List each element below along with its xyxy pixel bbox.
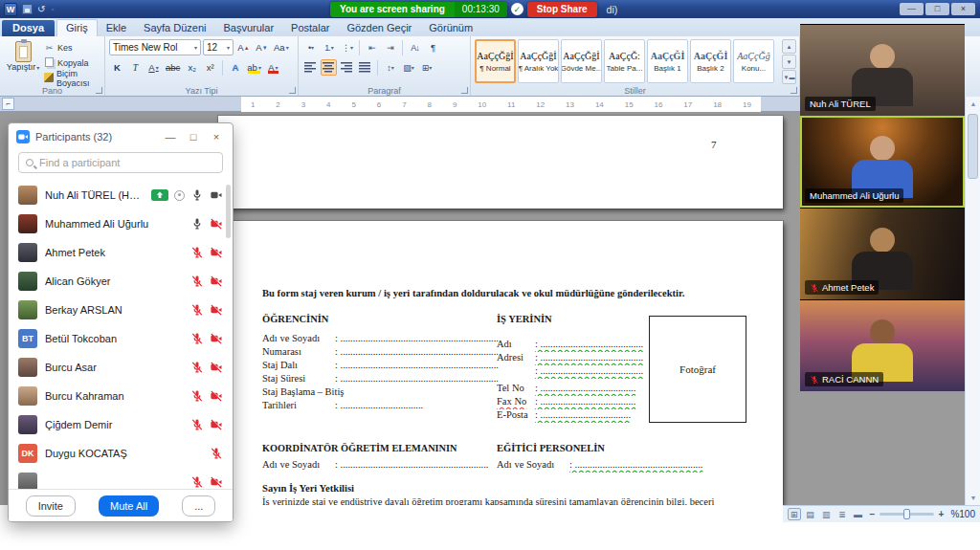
- participant-row[interactable]: BT Betül Tokcoban: [9, 324, 233, 353]
- dialog-launcher-icon[interactable]: [461, 87, 468, 94]
- multilevel-list-button[interactable]: ⋮: [339, 39, 355, 55]
- underline-button[interactable]: A: [145, 59, 162, 76]
- zoom-in-button[interactable]: +: [937, 509, 947, 519]
- sort-button[interactable]: A↓: [407, 39, 423, 55]
- tab-giris[interactable]: Giriş: [56, 19, 98, 36]
- increase-indent-button[interactable]: ⇥: [382, 39, 398, 55]
- participant-row[interactable]: Muhammed Ali Uğurlu: [9, 209, 233, 238]
- bold-button[interactable]: K: [109, 59, 125, 76]
- tab-selector-icon[interactable]: ⌐: [2, 98, 14, 110]
- decrease-indent-button[interactable]: ⇤: [364, 39, 380, 55]
- video-tile[interactable]: RACİ CANNN: [800, 299, 965, 391]
- panel-minimize-button[interactable]: —: [162, 131, 179, 143]
- participants-scrollbar[interactable]: [226, 185, 231, 238]
- styles-scroll-up-icon[interactable]: ▲: [782, 39, 796, 54]
- mute-all-button[interactable]: Mute All: [99, 495, 159, 517]
- style-title[interactable]: AaÇçĞğKonu...: [733, 39, 774, 83]
- scroll-up-icon[interactable]: ▲: [966, 97, 980, 111]
- stop-share-button[interactable]: Stop Share: [527, 2, 597, 17]
- view-draft-icon[interactable]: ▬: [852, 508, 865, 520]
- style-no-spacing[interactable]: AaÇçĞğİ¶ Aralık Yok: [518, 39, 559, 83]
- cut-button[interactable]: ✂Kes: [44, 40, 104, 55]
- panel-maximize-button[interactable]: □: [185, 131, 202, 143]
- video-tile[interactable]: Nuh Ali TÜREL: [800, 24, 965, 116]
- styles-scroll-down-icon[interactable]: ▼: [782, 55, 796, 69]
- maximize-button[interactable]: □: [925, 3, 949, 15]
- style-normal[interactable]: AaÇçĞğİ¶ Normal: [475, 39, 516, 83]
- bullets-button[interactable]: •: [302, 39, 319, 55]
- zoom-level[interactable]: %100: [950, 509, 975, 519]
- show-paragraph-marks-button[interactable]: ¶: [425, 39, 441, 55]
- document-scrollbar[interactable]: ▲ ▼: [965, 97, 980, 505]
- participant-row[interactable]: DK Duygu KOCATAŞ: [9, 439, 233, 468]
- zoom-out-button[interactable]: −: [867, 509, 877, 519]
- document-page[interactable]: Bu form staj veren kurum / iş yeri taraf…: [218, 221, 783, 505]
- align-left-button[interactable]: [302, 59, 319, 76]
- view-reading-icon[interactable]: ▤: [804, 508, 817, 520]
- numbering-button[interactable]: 1.: [321, 39, 337, 55]
- sharing-check-icon[interactable]: ✓: [511, 3, 523, 15]
- participant-row[interactable]: Nuh Ali TÜREL (Host, me): [9, 181, 233, 209]
- change-case-button[interactable]: Aa: [272, 39, 291, 55]
- line-spacing-button[interactable]: ↕: [382, 59, 398, 76]
- zoom-slider[interactable]: [880, 513, 934, 516]
- shrink-font-button[interactable]: A▼: [254, 39, 270, 55]
- scrollbar-thumb[interactable]: [968, 114, 978, 179]
- close-button[interactable]: ×: [951, 3, 975, 15]
- undo-icon[interactable]: ↺: [37, 5, 45, 14]
- font-family-select[interactable]: Times New Rol: [109, 39, 201, 55]
- justify-button[interactable]: [357, 59, 373, 76]
- tab-gozden-gecir[interactable]: Gözden Geçir: [338, 20, 420, 36]
- tab-basvurular[interactable]: Başvurular: [214, 20, 282, 36]
- grow-font-button[interactable]: A▲: [235, 39, 252, 55]
- subscript-button[interactable]: x₂: [184, 59, 200, 76]
- view-web-layout-icon[interactable]: ▥: [819, 508, 833, 520]
- paste-button[interactable]: Yapıştır: [6, 39, 40, 85]
- word-app-icon[interactable]: W: [4, 3, 17, 16]
- format-painter-button[interactable]: Biçim Boyacısı: [44, 71, 104, 85]
- view-outline-icon[interactable]: ≣: [835, 508, 849, 520]
- search-input[interactable]: [39, 157, 215, 168]
- borders-button[interactable]: ⊞: [418, 59, 434, 76]
- minimize-button[interactable]: —: [900, 3, 924, 15]
- styles-more-icon[interactable]: ▼▬: [782, 70, 796, 84]
- font-color-button[interactable]: A: [265, 59, 281, 76]
- highlight-color-button[interactable]: ab: [245, 59, 263, 76]
- style-heading-2[interactable]: AaÇçĞİBaşlık 2: [690, 39, 731, 83]
- participant-search-box[interactable]: [18, 152, 223, 173]
- participant-row[interactable]: Berkay ARSLAN: [9, 296, 233, 324]
- video-tile-active-speaker[interactable]: Muhammed Ali Uğurlu: [800, 116, 965, 208]
- video-tile[interactable]: Ahmet Petek: [800, 208, 965, 299]
- align-center-button[interactable]: [321, 59, 337, 76]
- dialog-launcher-icon[interactable]: [791, 87, 797, 94]
- view-print-layout-icon[interactable]: ⊞: [788, 508, 801, 520]
- panel-close-button[interactable]: ×: [208, 131, 225, 143]
- dialog-launcher-icon[interactable]: [96, 87, 102, 94]
- tab-dosya[interactable]: Dosya: [2, 20, 55, 36]
- participant-row[interactable]: [9, 468, 233, 489]
- participant-row[interactable]: Alican Gökyer: [9, 267, 233, 296]
- scroll-down-icon[interactable]: ▼: [966, 491, 980, 505]
- document-page-previous[interactable]: 7: [218, 116, 783, 209]
- text-effects-button[interactable]: A: [227, 59, 243, 76]
- participant-row[interactable]: Burcu Asar: [9, 353, 233, 382]
- participant-row[interactable]: Ahmet Petek: [9, 238, 233, 267]
- tab-ekle[interactable]: Ekle: [98, 20, 135, 36]
- align-right-button[interactable]: [339, 59, 355, 76]
- participant-row[interactable]: Burcu Kahraman: [9, 382, 233, 410]
- tab-gorunum[interactable]: Görünüm: [420, 20, 481, 36]
- italic-button[interactable]: T: [127, 59, 144, 76]
- tab-postalar[interactable]: Postalar: [282, 20, 338, 36]
- superscript-button[interactable]: x²: [202, 59, 218, 76]
- font-size-select[interactable]: 12: [203, 39, 234, 55]
- style-heading-1[interactable]: AaÇçĞİBaşlık 1: [647, 39, 688, 83]
- tab-sayfa-duzeni[interactable]: Sayfa Düzeni: [135, 20, 214, 36]
- style-body-text[interactable]: AaÇçĞğİGövde Me...: [561, 39, 602, 83]
- shading-button[interactable]: ▨: [400, 59, 416, 76]
- zoom-slider-thumb[interactable]: [903, 509, 910, 519]
- more-options-button[interactable]: ...: [182, 495, 215, 517]
- save-icon[interactable]: [22, 4, 33, 14]
- participant-row[interactable]: Çiğdem Demir: [9, 410, 233, 439]
- style-table-paragraph[interactable]: AaÇçĞ:Table Pa...: [604, 39, 645, 83]
- dialog-launcher-icon[interactable]: [289, 87, 296, 94]
